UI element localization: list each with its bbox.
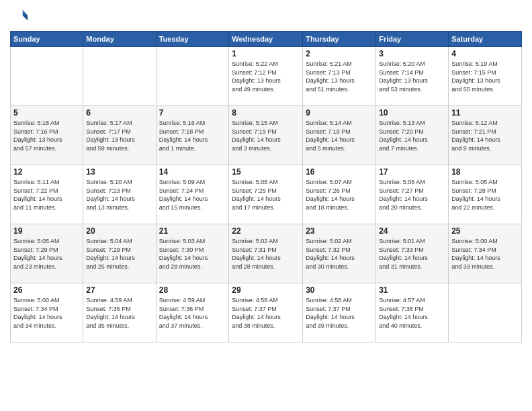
day-info: Sunrise: 4:59 AM Sunset: 7:35 PM Dayligh… (86, 296, 152, 330)
day-info: Sunrise: 5:15 AM Sunset: 7:19 PM Dayligh… (232, 119, 300, 152)
day-info: Sunrise: 5:17 AM Sunset: 7:17 PM Dayligh… (86, 119, 152, 152)
day-info: Sunrise: 5:05 AM Sunset: 7:29 PM Dayligh… (13, 237, 80, 271)
day-info: Sunrise: 5:00 AM Sunset: 7:34 PM Dayligh… (451, 237, 519, 271)
day-cell: 18Sunrise: 5:05 AM Sunset: 7:28 PM Dayli… (449, 165, 522, 224)
day-number: 9 (306, 108, 373, 118)
day-cell: 1Sunrise: 5:22 AM Sunset: 7:12 PM Daylig… (229, 47, 303, 106)
day-number: 27 (86, 285, 152, 295)
day-cell (11, 47, 83, 106)
day-cell: 19Sunrise: 5:05 AM Sunset: 7:29 PM Dayli… (11, 224, 83, 283)
day-info: Sunrise: 5:06 AM Sunset: 7:27 PM Dayligh… (379, 178, 445, 212)
day-cell: 5Sunrise: 5:18 AM Sunset: 7:16 PM Daylig… (11, 106, 83, 165)
week-row-3: 12Sunrise: 5:11 AM Sunset: 7:22 PM Dayli… (11, 165, 522, 224)
day-cell: 13Sunrise: 5:10 AM Sunset: 7:23 PM Dayli… (83, 165, 156, 224)
day-cell: 4Sunrise: 5:19 AM Sunset: 7:15 PM Daylig… (449, 47, 522, 106)
col-sunday: Sunday (11, 32, 83, 47)
day-cell: 22Sunrise: 5:02 AM Sunset: 7:31 PM Dayli… (229, 224, 303, 283)
day-info: Sunrise: 4:58 AM Sunset: 7:37 PM Dayligh… (232, 296, 300, 330)
day-number: 14 (159, 167, 226, 177)
week-row-1: 1Sunrise: 5:22 AM Sunset: 7:12 PM Daylig… (11, 47, 522, 106)
calendar-body: 1Sunrise: 5:22 AM Sunset: 7:12 PM Daylig… (11, 47, 522, 342)
day-cell: 12Sunrise: 5:11 AM Sunset: 7:22 PM Dayli… (11, 165, 83, 224)
day-info: Sunrise: 4:58 AM Sunset: 7:37 PM Dayligh… (306, 296, 373, 330)
day-info: Sunrise: 5:21 AM Sunset: 7:13 PM Dayligh… (306, 60, 373, 93)
day-number: 16 (306, 167, 373, 177)
day-cell: 15Sunrise: 5:08 AM Sunset: 7:25 PM Dayli… (229, 165, 303, 224)
day-info: Sunrise: 5:14 AM Sunset: 7:19 PM Dayligh… (306, 119, 373, 152)
day-number: 13 (86, 167, 152, 177)
day-cell: 7Sunrise: 5:16 AM Sunset: 7:18 PM Daylig… (156, 106, 229, 165)
col-wednesday: Wednesday (229, 32, 303, 47)
day-number: 2 (306, 49, 373, 58)
day-cell: 25Sunrise: 5:00 AM Sunset: 7:34 PM Dayli… (449, 224, 522, 283)
day-info: Sunrise: 5:05 AM Sunset: 7:28 PM Dayligh… (451, 178, 519, 212)
day-info: Sunrise: 5:20 AM Sunset: 7:14 PM Dayligh… (379, 60, 445, 93)
day-number: 20 (86, 226, 152, 236)
day-cell: 20Sunrise: 5:04 AM Sunset: 7:29 PM Dayli… (83, 224, 156, 283)
col-saturday: Saturday (449, 32, 522, 47)
day-info: Sunrise: 5:02 AM Sunset: 7:31 PM Dayligh… (232, 237, 300, 271)
col-thursday: Thursday (303, 32, 376, 47)
day-number: 12 (13, 167, 80, 177)
day-info: Sunrise: 5:04 AM Sunset: 7:29 PM Dayligh… (86, 237, 152, 271)
day-cell: 17Sunrise: 5:06 AM Sunset: 7:27 PM Dayli… (376, 165, 449, 224)
day-cell: 9Sunrise: 5:14 AM Sunset: 7:19 PM Daylig… (303, 106, 376, 165)
day-info: Sunrise: 5:19 AM Sunset: 7:15 PM Dayligh… (451, 60, 519, 93)
day-info: Sunrise: 5:03 AM Sunset: 7:30 PM Dayligh… (159, 237, 226, 271)
day-cell: 8Sunrise: 5:15 AM Sunset: 7:19 PM Daylig… (229, 106, 303, 165)
day-number: 1 (232, 49, 300, 58)
day-number: 25 (451, 226, 519, 236)
day-number: 15 (232, 167, 300, 177)
day-number: 28 (159, 285, 226, 295)
day-number: 18 (451, 167, 519, 177)
day-cell: 31Sunrise: 4:57 AM Sunset: 7:38 PM Dayli… (376, 283, 449, 342)
day-number: 19 (13, 226, 80, 236)
day-info: Sunrise: 5:22 AM Sunset: 7:12 PM Dayligh… (232, 60, 300, 93)
svg-marker-1 (23, 15, 28, 20)
day-number: 30 (306, 285, 373, 295)
day-info: Sunrise: 4:57 AM Sunset: 7:38 PM Dayligh… (379, 296, 445, 330)
col-monday: Monday (83, 32, 156, 47)
day-cell: 14Sunrise: 5:09 AM Sunset: 7:24 PM Dayli… (156, 165, 229, 224)
day-info: Sunrise: 5:07 AM Sunset: 7:26 PM Dayligh… (306, 178, 373, 212)
header-row: Sunday Monday Tuesday Wednesday Thursday… (11, 32, 522, 47)
day-cell: 2Sunrise: 5:21 AM Sunset: 7:13 PM Daylig… (303, 47, 376, 106)
calendar-header: Sunday Monday Tuesday Wednesday Thursday… (11, 32, 522, 47)
svg-marker-0 (23, 10, 28, 15)
day-number: 29 (232, 285, 300, 295)
day-cell: 27Sunrise: 4:59 AM Sunset: 7:35 PM Dayli… (83, 283, 156, 342)
day-number: 31 (379, 285, 445, 295)
logo-icon (10, 7, 29, 26)
day-number: 5 (13, 108, 80, 118)
logo (10, 7, 30, 26)
day-number: 23 (306, 226, 373, 236)
day-cell (83, 47, 156, 106)
day-cell (156, 47, 229, 106)
day-cell: 21Sunrise: 5:03 AM Sunset: 7:30 PM Dayli… (156, 224, 229, 283)
day-number: 21 (159, 226, 226, 236)
day-cell: 23Sunrise: 5:02 AM Sunset: 7:32 PM Dayli… (303, 224, 376, 283)
day-cell: 30Sunrise: 4:58 AM Sunset: 7:37 PM Dayli… (303, 283, 376, 342)
day-number: 22 (232, 226, 300, 236)
day-number: 17 (379, 167, 445, 177)
day-info: Sunrise: 5:01 AM Sunset: 7:33 PM Dayligh… (379, 237, 445, 271)
day-number: 24 (379, 226, 445, 236)
day-number: 7 (159, 108, 226, 118)
day-info: Sunrise: 5:00 AM Sunset: 7:34 PM Dayligh… (13, 296, 80, 330)
header (10, 7, 522, 26)
day-number: 6 (86, 108, 152, 118)
day-cell: 24Sunrise: 5:01 AM Sunset: 7:33 PM Dayli… (376, 224, 449, 283)
col-tuesday: Tuesday (156, 32, 229, 47)
day-info: Sunrise: 5:11 AM Sunset: 7:22 PM Dayligh… (13, 178, 80, 212)
day-cell: 26Sunrise: 5:00 AM Sunset: 7:34 PM Dayli… (11, 283, 83, 342)
day-number: 11 (451, 108, 519, 118)
day-cell: 3Sunrise: 5:20 AM Sunset: 7:14 PM Daylig… (376, 47, 449, 106)
week-row-2: 5Sunrise: 5:18 AM Sunset: 7:16 PM Daylig… (11, 106, 522, 165)
day-number: 10 (379, 108, 445, 118)
col-friday: Friday (376, 32, 449, 47)
day-cell: 10Sunrise: 5:13 AM Sunset: 7:20 PM Dayli… (376, 106, 449, 165)
day-info: Sunrise: 5:18 AM Sunset: 7:16 PM Dayligh… (13, 119, 80, 152)
day-info: Sunrise: 4:59 AM Sunset: 7:36 PM Dayligh… (159, 296, 226, 330)
calendar-table: Sunday Monday Tuesday Wednesday Thursday… (10, 31, 522, 342)
day-cell: 6Sunrise: 5:17 AM Sunset: 7:17 PM Daylig… (83, 106, 156, 165)
